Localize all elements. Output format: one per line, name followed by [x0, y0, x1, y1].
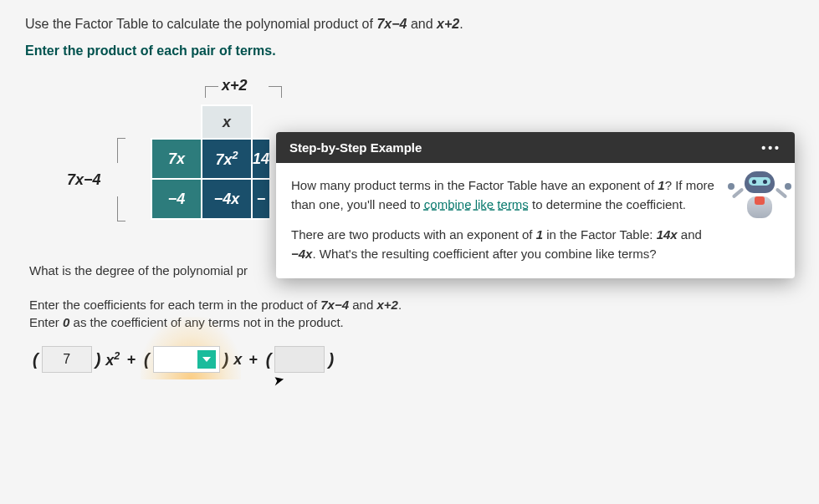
hint-tooltip: Step-by-Step Example ••• How many produc…	[276, 132, 795, 278]
tooltip-one: 1	[658, 178, 664, 192]
plus-sign: +	[248, 351, 258, 369]
bracket-decoration	[117, 196, 125, 221]
mascot-icon	[735, 171, 785, 230]
tooltip-title: Step-by-Step Example	[289, 140, 422, 155]
tooltip-and: and	[678, 227, 702, 242]
tooltip-header[interactable]: Step-by-Step Example •••	[276, 132, 795, 163]
instruction-main: Use the Factor Table to calculate the po…	[25, 17, 794, 32]
bracket-decoration	[117, 138, 125, 163]
tooltip-one2: 1	[536, 227, 543, 242]
empty-cell	[151, 105, 202, 139]
product-cell[interactable]: −	[252, 179, 269, 219]
coeff-line2-prefix: Enter	[29, 315, 63, 329]
instruction-bold: Enter the product of each pair of terms.	[25, 43, 794, 59]
term-x2: x2	[105, 350, 120, 369]
answer-expression: ( 7 ) x2 + ( ) x + ( ) ➤	[29, 346, 794, 373]
open-paren: (	[144, 350, 150, 369]
tooltip-p2c: . What's the resulting coefficient after…	[312, 247, 656, 261]
product-cell[interactable]: −4x	[202, 179, 252, 219]
col-header-x: x	[202, 105, 252, 139]
more-icon[interactable]: •••	[761, 141, 781, 155]
instruction-suffix: .	[459, 17, 463, 31]
row-header-7x: 7x	[151, 139, 202, 179]
bracket-decoration	[205, 86, 218, 98]
open-paren: (	[33, 350, 38, 369]
coefficient-instructions: Enter the coefficients for each term in …	[29, 296, 794, 331]
left-factor-label: 7x−4	[67, 171, 101, 189]
tooltip-p2a: There are two products with an exponent …	[291, 227, 536, 242]
instruction-prefix: Use the Factor Table to calculate the po…	[25, 17, 376, 31]
instruction-mid: and	[407, 17, 437, 31]
close-paren: )	[95, 350, 101, 369]
expression-1: 7x−4	[376, 17, 407, 31]
chevron-down-icon[interactable]	[197, 350, 216, 369]
coeff-expr2: x+2	[376, 298, 397, 312]
tooltip-term2: −4x	[291, 247, 312, 261]
tooltip-p1a: How many product terms in the Factor Tab…	[291, 178, 658, 192]
combine-terms-link[interactable]: combine like terms	[424, 197, 529, 211]
tooltip-body: How many product terms in the Factor Tab…	[276, 163, 795, 278]
top-factor-label: x+2	[222, 77, 248, 94]
tooltip-term1: 14x	[657, 227, 678, 242]
coeff-expr1: 7x−4	[320, 298, 349, 312]
product-cell[interactable]: 7x2	[202, 139, 252, 179]
tooltip-p1c: to determine the coefficient.	[529, 197, 686, 211]
coeff-input-constant[interactable]	[274, 346, 325, 373]
close-paren: )	[328, 350, 334, 369]
coeff-line1-mid: and	[349, 298, 376, 312]
expression-2: x+2	[437, 17, 459, 31]
bracket-decoration	[269, 86, 282, 98]
close-paren: )	[223, 350, 229, 369]
plus-sign: +	[126, 351, 136, 369]
cursor-icon: ➤	[270, 372, 284, 390]
coeff-line1-suffix: .	[398, 298, 402, 312]
row-header-neg4: −4	[151, 179, 202, 219]
coeff-dropdown-x[interactable]	[153, 346, 220, 373]
coeff-line2-suffix: as the coefficient of any terms not in t…	[69, 315, 343, 329]
open-paren: (	[266, 350, 272, 369]
product-cell[interactable]: 14	[252, 139, 269, 179]
factor-table: x 7x 7x2 14 −4 −4x −	[151, 104, 269, 220]
tooltip-p2b: in the Factor Table:	[543, 227, 657, 242]
coeff-input-x2[interactable]: 7	[42, 346, 92, 373]
term-x: x	[233, 351, 242, 369]
coeff-line1-prefix: Enter the coefficients for each term in …	[29, 298, 320, 312]
